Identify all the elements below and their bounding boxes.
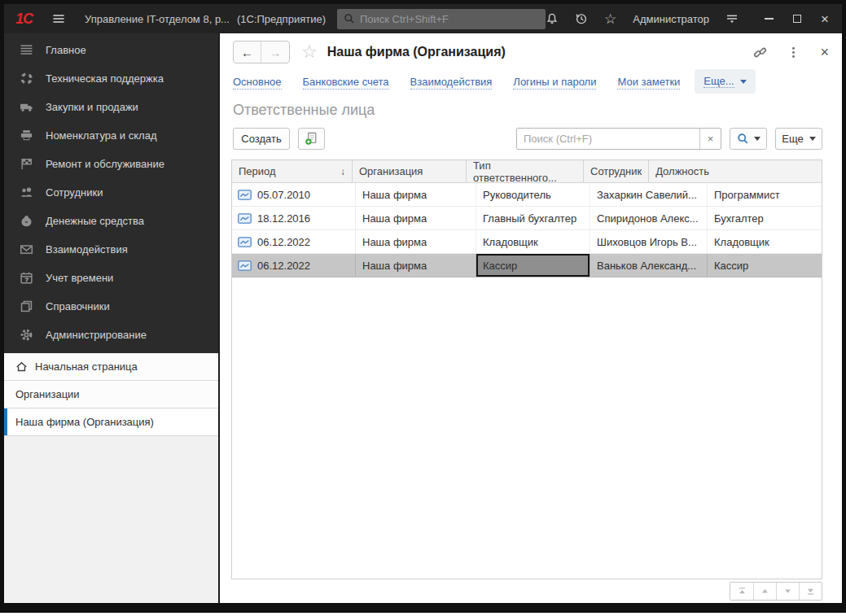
sidebar: Главное Техническая поддержка Закупки и … <box>4 33 220 603</box>
global-search-input[interactable] <box>360 13 539 25</box>
cell-period[interactable]: 06.12.2022 <box>232 230 356 253</box>
main-menu-icon[interactable] <box>52 12 65 25</box>
cell-position[interactable]: Кладовщик <box>708 230 822 253</box>
cell-position[interactable]: Бухгалтер <box>708 207 822 229</box>
sidebar-item[interactable]: Взаимодействия <box>4 235 218 264</box>
column-header[interactable]: Должность <box>649 160 822 182</box>
column-header[interactable]: Сотрудник <box>584 160 649 182</box>
forward-button[interactable]: → <box>261 42 289 63</box>
favorites-star-icon[interactable]: ☆ <box>604 12 616 26</box>
scroll-to-bottom-button[interactable] <box>799 583 822 600</box>
sidebar-item[interactable]: Сотрудники <box>4 178 218 207</box>
scroll-top-icon <box>737 586 747 596</box>
back-button[interactable]: ← <box>234 42 261 63</box>
cell-period[interactable]: 05.07.2010 <box>232 183 356 206</box>
clear-search-button[interactable]: × <box>699 129 721 149</box>
scroll-down-icon <box>782 586 793 596</box>
maximize-button[interactable] <box>793 15 801 23</box>
create-button[interactable]: Создать <box>233 128 290 150</box>
sidebar-item[interactable]: Ремонт и обслуживание <box>4 150 218 178</box>
copy-button[interactable] <box>298 128 325 150</box>
cell-position[interactable]: Кассир <box>708 254 822 277</box>
minimize-button[interactable] <box>765 18 774 20</box>
global-search[interactable] <box>337 9 546 29</box>
nav-more-label: Еще... <box>704 75 734 88</box>
sidebar-item[interactable]: Главное <box>4 36 218 64</box>
sidebar-item-icon <box>20 214 33 228</box>
table-row[interactable]: 06.12.2022 Наша фирма Кассир Ваньков Але… <box>232 254 822 277</box>
close-window-button[interactable]: × <box>821 12 829 26</box>
sidebar-item-icon <box>20 72 33 85</box>
cell-position[interactable]: Программист <box>708 183 822 206</box>
app-title: Управление IT-отделом 8, р... <box>85 13 230 25</box>
sidebar-item-icon <box>20 100 33 114</box>
user-name[interactable]: Администратор <box>633 13 709 25</box>
sidebar-item-icon <box>20 129 33 142</box>
history-icon[interactable] <box>575 12 588 25</box>
cell-responsible-type[interactable]: Главный бухгалтер <box>476 207 590 229</box>
list-more-button[interactable]: Еще <box>775 128 822 150</box>
cell-employee[interactable]: Захаркин Савелий... <box>590 183 708 206</box>
record-icon <box>238 190 252 200</box>
open-window-item[interactable]: Наша фирма (Организация) <box>4 408 218 436</box>
cell-organization[interactable]: Наша фирма <box>356 207 476 229</box>
cell-responsible-type[interactable]: Кассир <box>476 254 590 277</box>
cell-responsible-type[interactable]: Руководитель <box>476 183 590 206</box>
sidebar-item[interactable]: Техническая поддержка <box>4 64 218 93</box>
cell-organization[interactable]: Наша фирма <box>356 230 476 253</box>
window-controls: × <box>765 12 829 26</box>
sidebar-item-icon <box>20 186 33 199</box>
cell-organization[interactable]: Наша фирма <box>356 183 476 206</box>
more-actions-kebab-icon[interactable] <box>787 46 800 59</box>
cell-employee[interactable]: Шиховцов Игорь В... <box>590 230 708 253</box>
column-header[interactable]: Тип ответственного... <box>467 160 584 182</box>
scroll-up-button[interactable] <box>753 583 776 600</box>
sidebar-item-icon <box>20 328 33 342</box>
form-actions: × <box>753 45 829 59</box>
list-scroll-buttons <box>730 582 822 601</box>
nav-link[interactable]: Основное <box>233 74 282 89</box>
table-row[interactable]: 06.12.2022 Наша фирма Кладовщик Шиховцов… <box>232 230 822 254</box>
sidebar-item-icon <box>20 299 33 313</box>
table-row[interactable]: 05.07.2010 Наша фирма Руководитель Захар… <box>232 183 822 207</box>
favorite-star-icon[interactable]: ☆ <box>301 43 318 61</box>
cell-employee[interactable]: Спиридонов Алекс... <box>590 207 708 229</box>
close-form-button[interactable]: × <box>820 45 829 59</box>
notifications-bell-icon[interactable] <box>546 12 559 25</box>
get-link-icon[interactable] <box>753 46 767 59</box>
nav-link[interactable]: Мои заметки <box>617 74 680 89</box>
sidebar-item[interactable]: Администрирование <box>4 321 218 349</box>
sidebar-item[interactable]: Учет времени <box>4 264 218 292</box>
table-row[interactable]: 18.12.2016 Наша фирма Главный бухгалтер … <box>232 207 822 230</box>
cell-employee[interactable]: Ваньков Александ... <box>590 254 708 277</box>
sidebar-item-label: Главное <box>46 44 86 56</box>
cell-period[interactable]: 18.12.2016 <box>232 207 356 229</box>
sidebar-item-label: Номенклатура и склад <box>46 129 156 142</box>
period-value: 05.07.2010 <box>257 189 310 201</box>
list-search-input[interactable] <box>517 129 699 149</box>
sidebar-item-icon <box>20 157 33 171</box>
sidebar-item[interactable]: Номенклатура и склад <box>4 121 218 150</box>
chevron-down-icon <box>754 137 761 141</box>
sidebar-item[interactable]: Закупки и продажи <box>4 93 218 121</box>
service-menu-icon[interactable] <box>725 12 739 25</box>
nav-link[interactable]: Взаимодействия <box>410 74 493 89</box>
open-window-item[interactable]: Начальная страница <box>4 353 218 381</box>
nav-link-label: Логины и пароли <box>513 76 596 90</box>
cell-organization[interactable]: Наша фирма <box>356 254 476 277</box>
nav-link[interactable]: Логины и пароли <box>513 74 596 89</box>
copy-new-icon <box>305 132 318 146</box>
sidebar-item[interactable]: Денежные средства <box>4 207 218 235</box>
table-header: Период ↓ Организация Тип ответственного.… <box>232 160 822 183</box>
nav-link[interactable]: Банковские счета <box>303 74 389 89</box>
scroll-to-top-button[interactable] <box>730 583 753 600</box>
column-header[interactable]: Организация <box>353 160 467 182</box>
cell-period[interactable]: 06.12.2022 <box>232 254 356 277</box>
open-window-item[interactable]: Организации <box>4 381 218 408</box>
sidebar-item[interactable]: Справочники <box>4 292 218 321</box>
nav-more-button[interactable]: Еще... <box>695 69 755 94</box>
scroll-down-button[interactable] <box>776 583 799 600</box>
column-header[interactable]: Период ↓ <box>232 160 353 182</box>
search-button[interactable] <box>730 128 767 150</box>
cell-responsible-type[interactable]: Кладовщик <box>476 230 590 253</box>
